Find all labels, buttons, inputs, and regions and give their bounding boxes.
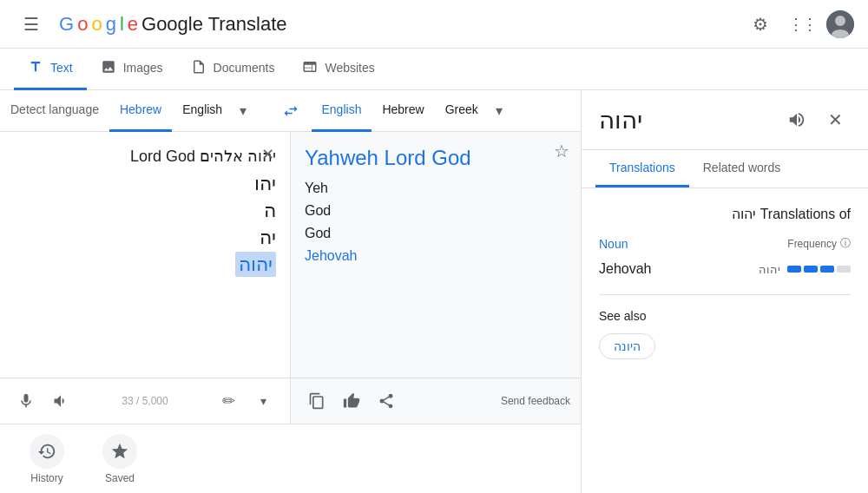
right-tabs: Translations Related words [582,150,868,188]
right-sound-btn[interactable] [781,104,812,135]
translations-title: Translations of יהוה [599,206,851,222]
translation-list-item[interactable]: Yeh [305,177,567,200]
noun-hebrew: יהוה [759,263,780,276]
source-english-btn[interactable]: English [172,90,233,132]
detect-language-btn[interactable]: Detect language [0,90,109,132]
main-content: Detect language Hebrew English ▾ English [0,90,868,493]
tab-bar: Text Images Documents Websites [0,49,868,90]
translation-list-item-highlighted[interactable]: Jehovah [305,245,567,267]
freq-bar-2 [804,266,818,273]
translation-list-item[interactable]: God [305,222,567,245]
target-english-btn[interactable]: English [312,90,372,132]
translations-of-label: Translations of [756,207,851,221]
right-panel: יהוה ✕ Translations Related words Transl… [582,90,868,493]
source-line1: יהוה אלהים Lord God [14,146,276,168]
tab-websites[interactable]: Websites [288,49,388,90]
source-actions [10,385,76,417]
source-panel: יהוה אלהים Lord God יהו ה יה יהוה [0,132,291,424]
send-feedback-link[interactable]: Send feedback [501,395,570,407]
source-text-display: יהוה אלהים Lord God יהו ה יה יהוה [14,146,276,278]
freq-bar-1 [787,266,801,273]
frequency-info-icon[interactable]: ⓘ [840,236,851,251]
down-arrow-icon[interactable]: ▾ [248,385,279,417]
noun-word: Jehovah [599,261,652,277]
noun-header: Noun Frequency ⓘ [599,236,851,251]
right-header-actions: ✕ [781,104,851,135]
tab-text[interactable]: Text [14,49,87,90]
favorite-btn[interactable]: ☆ [546,135,577,167]
bottom-nav: History Saved [0,424,581,493]
translation-main: Yahweh Lord God [305,146,567,170]
text-tab-icon [28,59,43,77]
left-panel: Detect language Hebrew English ▾ English [0,90,582,493]
thumbs-up-btn[interactable] [336,385,367,417]
tab-documents[interactable]: Documents [177,49,289,90]
tab-images[interactable]: Images [87,49,177,90]
noun-section: Noun Frequency ⓘ Jehovah יהוה [599,236,851,280]
avatar[interactable] [826,10,854,38]
source-line-highlighted: יהוה [14,252,276,279]
source-lang-options: Detect language Hebrew English ▾ [0,90,270,132]
menu-icon[interactable]: ☰ [14,7,49,42]
header: ☰ Google Google Translate ⚙ ⋮⋮ [0,0,868,49]
speaker-btn[interactable] [45,385,76,417]
microphone-btn[interactable] [10,385,42,417]
target-lang-options: English Hebrew Greek ▾ [312,90,582,132]
history-icon [30,434,64,469]
apps-icon[interactable]: ⋮⋮ [785,7,819,42]
more-actions: ✏ ▾ [214,385,279,417]
target-panel: ☆ Yahweh Lord God Yeh God God Jehovah [291,132,581,424]
settings-icon[interactable]: ⚙ [743,7,778,42]
text-tab-label: Text [50,61,73,75]
history-label: History [30,472,62,484]
translations-word: יהוה [732,207,756,221]
target-lang-more-btn[interactable]: ▾ [489,90,510,132]
source-highlighted-text: יהוה [235,252,276,277]
translation-panels: יהוה אלהים Lord God יהו ה יה יהוה [0,132,581,424]
clear-input-btn[interactable]: ✕ [255,142,279,167]
share-btn[interactable] [371,385,402,417]
source-input-area[interactable]: יהוה אלהים Lord God יהו ה יה יהוה [0,132,290,378]
right-tab-related[interactable]: Related words [689,150,795,187]
svg-point-1 [835,16,845,26]
header-right: ⚙ ⋮⋮ [743,7,854,42]
target-hebrew-btn[interactable]: Hebrew [372,90,434,132]
documents-tab-icon [191,59,207,77]
source-hebrew-btn[interactable]: Hebrew [109,90,172,132]
source-footer: 33 / 5,000 ✏ ▾ [0,378,290,424]
header-left: ☰ Google Google Translate [14,7,287,42]
noun-label: Noun [599,237,628,251]
saved-nav-item[interactable]: Saved [94,434,146,484]
noun-row: Jehovah יהוה [599,258,851,280]
target-footer: Send feedback [291,378,581,424]
translation-list-item[interactable]: God [305,200,567,222]
target-greek-btn[interactable]: Greek [435,90,489,132]
divider [599,294,851,295]
see-also-label: See also [599,309,851,323]
right-close-btn[interactable]: ✕ [819,104,851,135]
websites-tab-label: Websites [325,61,374,75]
logo-text: Google Translate [141,13,287,36]
documents-tab-label: Documents [214,61,275,75]
translation-list: Yeh God God Jehovah [305,177,567,267]
saved-icon [102,434,137,469]
history-nav-item[interactable]: History [21,434,73,484]
right-header: יהוה ✕ [582,90,868,150]
source-line3: ה [14,198,276,225]
freq-bar-3 [820,266,834,273]
source-lang-more-btn[interactable]: ▾ [233,90,253,132]
char-count: 33 / 5,000 [122,395,168,407]
frequency-bars [787,266,851,273]
copy-btn[interactable] [301,385,332,417]
right-content: Translations of יהוה Noun Frequency ⓘ Je… [582,188,868,493]
freq-bar-4 [837,266,851,273]
saved-label: Saved [105,472,135,484]
swap-languages-btn[interactable] [270,90,312,132]
target-actions [301,385,402,417]
right-word: יהוה [599,106,642,135]
noun-freq-area: יהוה [759,263,851,276]
lang-selector-bar: Detect language Hebrew English ▾ English [0,90,581,132]
right-tab-translations[interactable]: Translations [595,150,689,187]
pencil-icon[interactable]: ✏ [214,385,245,417]
see-also-tag[interactable]: היונה [599,333,655,359]
